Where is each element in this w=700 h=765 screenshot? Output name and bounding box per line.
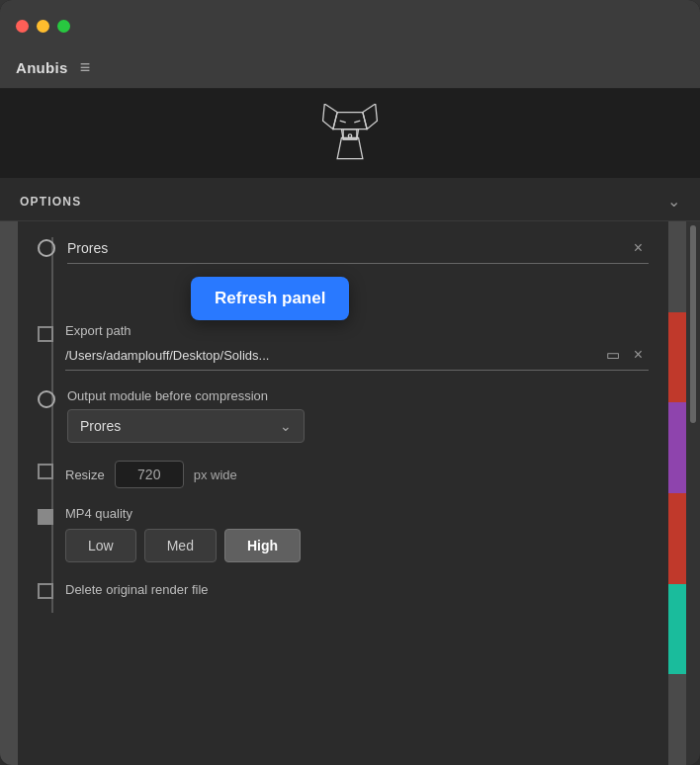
right-strip (668, 221, 686, 765)
output-module-dropdown[interactable]: Prores ⌄ (67, 409, 305, 443)
resize-content: Resize px wide (65, 461, 649, 488)
options-header: OPTIONS ⌄ (0, 178, 700, 221)
logo-area (0, 89, 700, 178)
node-circle-name (38, 239, 55, 257)
left-strip (0, 221, 18, 765)
node-square-resize (38, 464, 53, 479)
content-area: × Refresh panel Export path /Users (18, 221, 668, 765)
options-chevron-icon[interactable]: ⌄ (667, 192, 680, 211)
node-square-export (38, 326, 53, 342)
scrollbar-thumb[interactable] (690, 225, 696, 423)
mp4-quality-row: MP4 quality Low Med High (38, 506, 649, 562)
scrollbar[interactable] (686, 221, 700, 765)
svg-marker-3 (323, 104, 338, 129)
name-content: × Refresh panel (67, 237, 649, 264)
right-strip-gray2 (668, 674, 686, 765)
folder-icon[interactable]: ▭ (606, 346, 620, 364)
name-input[interactable] (67, 238, 628, 258)
refresh-panel-tooltip[interactable]: Refresh panel (191, 277, 349, 320)
name-close-button[interactable]: × (628, 237, 649, 259)
app-header: Anubis ≡ (0, 51, 700, 89)
form-area: × Refresh panel Export path /Users (18, 221, 668, 629)
app-window: Anubis ≡ (0, 0, 700, 765)
maximize-button[interactable] (57, 20, 70, 33)
options-label: OPTIONS (20, 195, 81, 209)
svg-marker-0 (337, 137, 363, 158)
output-module-row: Output module before compression Prores … (38, 388, 649, 443)
px-wide-label: px wide (194, 468, 237, 482)
output-label: Output module before compression (67, 388, 649, 403)
output-module-content: Output module before compression Prores … (67, 388, 649, 443)
dropdown-arrow-icon: ⌄ (280, 418, 292, 434)
node-square-delete (38, 583, 53, 599)
svg-point-8 (348, 134, 351, 137)
anubis-logo (315, 104, 385, 163)
quality-low-button[interactable]: Low (65, 529, 136, 562)
right-strip-red2 (668, 493, 686, 584)
right-strip-teal (668, 584, 686, 675)
export-path-content: Export path /Users/adamplouff/Desktop/So… (65, 323, 649, 371)
main-area: × Refresh panel Export path /Users (0, 221, 700, 765)
titlebar (0, 0, 700, 51)
resize-inline-row: Resize px wide (65, 461, 649, 488)
name-input-row: × (67, 237, 649, 264)
quality-med-button[interactable]: Med (144, 529, 217, 562)
quality-high-button[interactable]: High (224, 529, 301, 562)
right-strip-gray (668, 221, 686, 312)
svg-line-7 (354, 121, 360, 123)
export-path-label: Export path (65, 323, 649, 338)
mp4-quality-label: MP4 quality (65, 506, 649, 521)
quality-buttons-row: Low Med High (65, 529, 649, 562)
left-strip-segment (0, 221, 18, 765)
svg-line-6 (340, 121, 346, 123)
right-strip-red (668, 312, 686, 403)
minimize-button[interactable] (37, 20, 49, 33)
hamburger-icon[interactable]: ≡ (80, 57, 91, 78)
svg-marker-4 (363, 104, 378, 129)
resize-input[interactable] (115, 461, 184, 488)
right-strip-purple (668, 402, 686, 493)
resize-label: Resize (65, 468, 105, 482)
node-square-quality (38, 509, 53, 525)
mp4-quality-content: MP4 quality Low Med High (65, 506, 649, 562)
path-text: /Users/adamplouff/Desktop/Solids... (65, 348, 598, 363)
dropdown-value: Prores (80, 418, 121, 434)
name-row: × Refresh panel (38, 237, 649, 264)
delete-content: Delete original render file (65, 580, 649, 598)
svg-marker-2 (333, 113, 367, 129)
path-close-button[interactable]: × (628, 344, 649, 366)
close-button[interactable] (16, 20, 29, 33)
tooltip-text: Refresh panel (215, 289, 325, 307)
app-title: Anubis (16, 59, 68, 76)
export-path-row: Export path /Users/adamplouff/Desktop/So… (38, 323, 649, 371)
resize-row: Resize px wide (38, 461, 649, 488)
path-input-row: /Users/adamplouff/Desktop/Solids... ▭ × (65, 344, 649, 371)
delete-row: Delete original render file (38, 580, 649, 599)
delete-label: Delete original render file (65, 582, 209, 597)
node-circle-output (38, 390, 55, 408)
